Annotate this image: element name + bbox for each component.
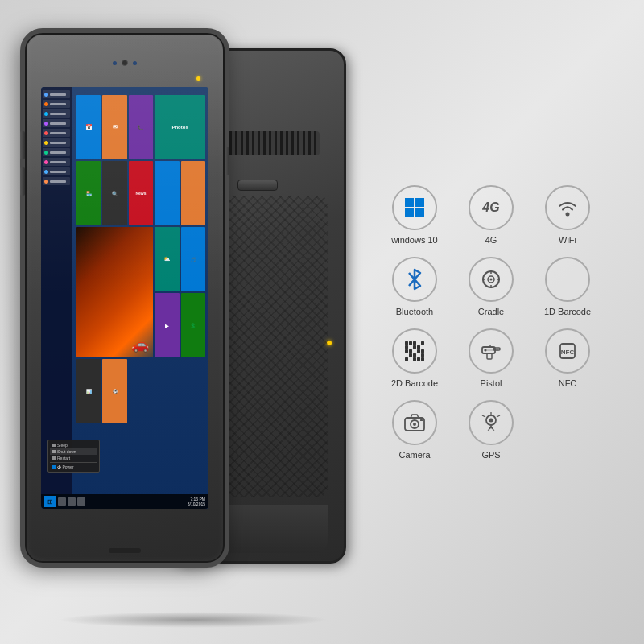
feature-4g: 4G 4G: [455, 185, 527, 245]
sidebar-item: [43, 167, 70, 175]
tile-app2[interactable]: [181, 161, 205, 225]
scan-button[interactable]: [237, 180, 278, 191]
cradle-icon-circle: [469, 257, 514, 302]
bluetooth-label: Bluetooth: [396, 307, 433, 316]
sidebar-item: [43, 148, 70, 156]
win-sidebar: [41, 87, 72, 494]
context-shutdown[interactable]: Shut down: [50, 448, 97, 455]
context-menu: Sleep Shut down Restart: [47, 440, 100, 473]
svg-point-4: [566, 212, 570, 216]
feature-camera: Camera: [378, 400, 451, 460]
device-screen[interactable]: 📅 ✉ 📞 Photos 🏪 🔍 News ⛅: [41, 87, 208, 509]
2d-barcode-icon-circle: [392, 328, 437, 374]
taskbar-icons: [58, 497, 185, 506]
tile-app[interactable]: [155, 161, 179, 225]
svg-rect-3: [415, 208, 424, 217]
1d-barcode-label: 1D Barcode: [544, 307, 591, 316]
nfc-icon-circle: NFC: [545, 328, 590, 374]
sensor-dot: [113, 61, 117, 65]
gps-icon: [479, 411, 503, 435]
context-restart[interactable]: Restart: [50, 455, 97, 461]
feature-pistol: Pistol: [455, 328, 527, 388]
context-power[interactable]: ⏻ Power: [50, 464, 97, 470]
power-button[interactable]: [225, 147, 229, 175]
led-indicator: [327, 341, 332, 345]
bluetooth-icon-circle: [392, 257, 437, 302]
tile-mail[interactable]: ✉: [102, 95, 126, 159]
tile-money[interactable]: 💲: [181, 293, 205, 357]
windows10-icon-circle: [392, 185, 437, 230]
taskbar-clock: 7:16 PM 8/10/2015: [188, 497, 205, 506]
tile-store[interactable]: 🏪: [76, 161, 101, 225]
feature-windows10: windows 10: [378, 185, 451, 245]
svg-rect-0: [405, 198, 414, 207]
feature-1d-barcode: 1D Barcode: [531, 257, 604, 316]
device-shadow: [58, 612, 328, 628]
tile-sport[interactable]: ⚽: [102, 359, 126, 423]
sidebar-item: [43, 138, 70, 147]
taskbar[interactable]: ⊞ 7:16 PM 8/10/2015: [41, 494, 208, 509]
cradle-icon: [479, 267, 503, 291]
svg-point-24: [489, 418, 493, 422]
sidebar-item: [43, 100, 70, 108]
context-sleep[interactable]: Sleep: [50, 442, 97, 448]
1d-barcode-icon-circle: [545, 257, 590, 302]
pistol-icon: [479, 339, 503, 363]
page-container: 📅 ✉ 📞 Photos 🏪 🔍 News ⛅: [0, 0, 644, 644]
taskbar-icon-apps[interactable]: [77, 497, 85, 506]
device-front: 📅 ✉ 📞 Photos 🏪 🔍 News ⛅: [24, 32, 225, 564]
taskbar-icon-cortana[interactable]: [68, 497, 76, 506]
volume-up-button[interactable]: [20, 131, 25, 159]
cradle-label: Cradle: [478, 307, 504, 316]
2d-barcode-label: 2D Barcode: [391, 378, 438, 388]
svg-text:NFC: NFC: [561, 349, 575, 356]
proximity-sensor: [133, 61, 137, 65]
nfc-label: NFC: [559, 378, 577, 388]
tile-search[interactable]: 🔍: [102, 161, 126, 225]
tiles-area: 📅 ✉ 📞 Photos 🏪 🔍 News ⛅: [75, 93, 207, 491]
1d-barcode-icon: [562, 268, 573, 291]
home-button[interactable]: [109, 548, 141, 553]
tile-stats[interactable]: 📊: [76, 359, 101, 423]
wifi-icon-circle: [545, 185, 590, 230]
sidebar-item: [43, 177, 70, 185]
taskbar-icon-search[interactable]: [58, 497, 66, 506]
tile-car-photo: [76, 227, 153, 357]
sidebar-item: [43, 119, 70, 127]
windows10-label: windows 10: [391, 235, 437, 245]
svg-rect-14: [487, 353, 492, 359]
2d-barcode-icon: [403, 340, 426, 362]
tile-music[interactable]: 🎵: [181, 227, 205, 291]
svg-rect-2: [405, 208, 414, 217]
svg-point-7: [490, 278, 493, 280]
tile-news[interactable]: News: [129, 161, 153, 225]
sidebar-item: [43, 90, 70, 98]
4g-icon-circle: 4G: [469, 185, 514, 230]
4g-icon: 4G: [482, 200, 499, 215]
device-top-bar: [51, 51, 199, 75]
start-button[interactable]: ⊞: [44, 496, 56, 507]
sidebar-item: [43, 129, 70, 137]
features-grid: windows 10 4G 4G WiFi: [378, 185, 620, 460]
wifi-icon: [556, 196, 579, 219]
feature-2d-barcode: 2D Barcode: [378, 328, 451, 388]
windows-screen: 📅 ✉ 📞 Photos 🏪 🔍 News ⛅: [41, 87, 208, 509]
pistol-label: Pistol: [481, 378, 502, 388]
svg-line-26: [497, 415, 500, 417]
tile-video[interactable]: ▶: [155, 293, 179, 357]
feature-cradle: Cradle: [455, 257, 527, 316]
feature-bluetooth: Bluetooth: [378, 257, 451, 316]
windows10-icon: [403, 196, 426, 219]
gps-label: GPS: [481, 450, 500, 460]
gps-icon-circle: [469, 400, 514, 445]
feature-gps: GPS: [455, 400, 527, 460]
tile-weather[interactable]: ⛅: [155, 227, 179, 291]
feature-nfc: NFC NFC: [531, 328, 604, 388]
4g-label: 4G: [485, 235, 497, 245]
tile-calendar[interactable]: 📅: [76, 95, 101, 159]
tile-phone[interactable]: 📞: [129, 95, 153, 159]
volume-down-button[interactable]: [20, 167, 25, 196]
notification-led: [196, 76, 200, 80]
svg-rect-1: [415, 198, 424, 207]
tile-photos[interactable]: Photos: [155, 95, 205, 159]
